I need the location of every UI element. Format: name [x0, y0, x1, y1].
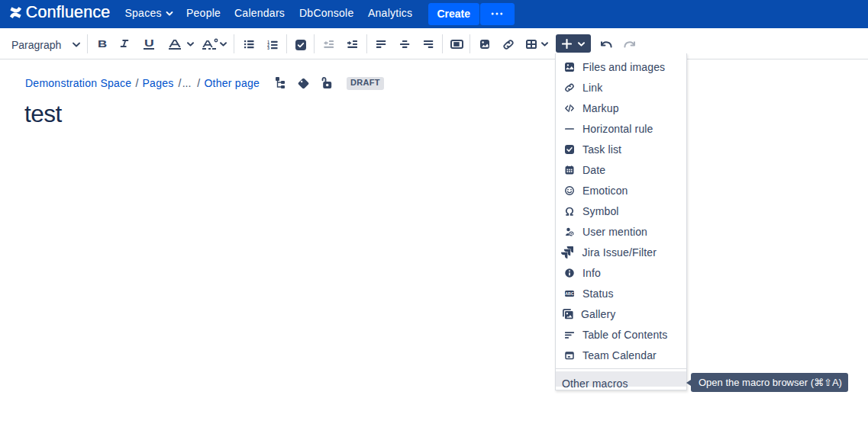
svg-text:ABC: ABC: [565, 291, 574, 296]
svg-text:3: 3: [267, 47, 269, 50]
